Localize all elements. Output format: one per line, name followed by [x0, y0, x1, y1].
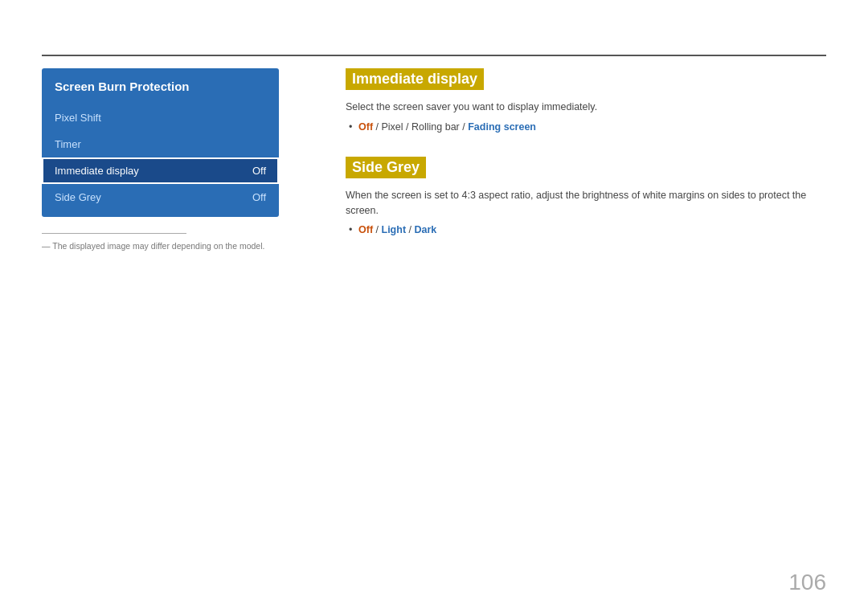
menu-item-immediate-display[interactable]: Immediate display Off [42, 157, 279, 184]
section-side-grey: Side Grey When the screen is set to 4:3 … [346, 157, 826, 236]
opt-sep-sg1: / [376, 224, 382, 235]
section-title-side-grey: Side Grey [346, 157, 426, 178]
option-list-side-grey: Off / Light / Dark [346, 224, 826, 235]
section-immediate-display: Immediate display Select the screen save… [346, 68, 826, 133]
menu-panel: Screen Burn Protection Pixel Shift Timer… [42, 68, 279, 217]
section-title-immediate: Immediate display [346, 68, 484, 90]
opt-rolling: Rolling bar [411, 121, 460, 133]
footnote-divider [42, 233, 186, 234]
menu-item-timer[interactable]: Timer [42, 131, 279, 157]
menu-item-value: Off [252, 165, 266, 177]
menu-item-label: Side Grey [55, 191, 101, 203]
menu-item-pixel-shift[interactable]: Pixel Shift [42, 104, 279, 131]
content-area: Immediate display Select the screen save… [346, 68, 826, 260]
opt-pixel: Pixel [382, 121, 403, 133]
top-divider [42, 55, 826, 56]
menu-item-label: Immediate display [55, 165, 139, 177]
opt-off-sg: Off [358, 224, 373, 235]
menu-item-label: Timer [55, 138, 81, 150]
opt-sep2: / [406, 121, 411, 133]
section-desc-side-grey: When the screen is set to 4:3 aspect rat… [346, 188, 826, 219]
menu-item-side-grey[interactable]: Side Grey Off [42, 184, 279, 210]
opt-off: Off [358, 121, 373, 133]
opt-light: Light [382, 224, 407, 235]
section-desc-immediate: Select the screen saver you want to disp… [346, 100, 826, 115]
opt-dark: Dark [414, 224, 436, 235]
opt-fading: Fading screen [468, 121, 536, 133]
option-item-immediate: Off / Pixel / Rolling bar / Fading scree… [358, 121, 826, 133]
option-list-immediate: Off / Pixel / Rolling bar / Fading scree… [346, 121, 826, 133]
option-item-side-grey: Off / Light / Dark [358, 224, 826, 235]
menu-item-value: Off [252, 191, 266, 203]
footnote: ― The displayed image may differ dependi… [42, 241, 264, 251]
menu-title: Screen Burn Protection [42, 68, 279, 104]
opt-sep1: / [376, 121, 382, 133]
menu-item-label: Pixel Shift [55, 112, 101, 124]
page-number: 106 [788, 570, 826, 595]
